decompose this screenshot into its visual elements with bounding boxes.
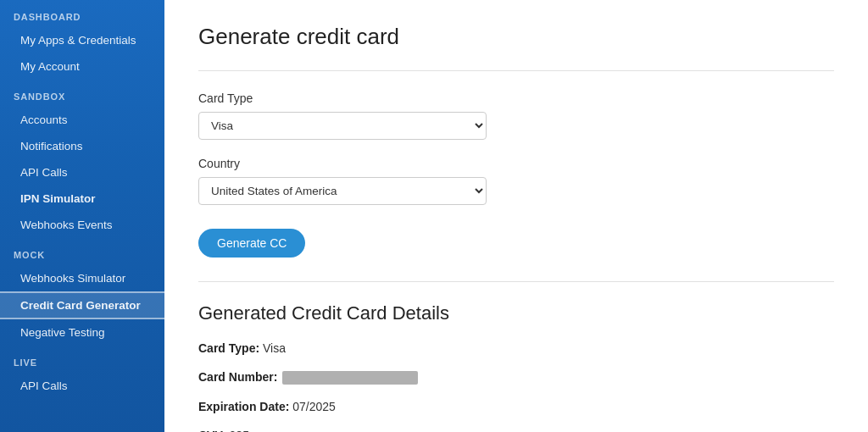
page-title: Generate credit card: [198, 24, 834, 50]
sidebar-section-live: LIVE: [0, 346, 164, 373]
sidebar-item-api-calls[interactable]: API Calls: [0, 159, 164, 186]
sidebar-item-ipn-simulator[interactable]: IPN Simulator: [0, 186, 164, 212]
sidebar-item-my-account[interactable]: My Account: [0, 53, 164, 80]
results-section-title: Generated Credit Card Details: [198, 302, 834, 324]
sidebar-item-credit-card-generator[interactable]: Credit Card Generator: [0, 291, 164, 319]
sidebar-item-webhooks-events[interactable]: Webhooks Events: [0, 212, 164, 238]
sidebar-item-accounts[interactable]: Accounts: [0, 107, 164, 133]
result-card-type-label: Card Type:: [198, 341, 259, 355]
result-card-number: Card Number:: [198, 370, 834, 385]
sidebar: DASHBOARDMy Apps & CredentialsMy Account…: [0, 0, 164, 432]
result-cvv: CVV: 085: [198, 429, 834, 432]
divider-middle: [198, 281, 834, 282]
sidebar-item-negative-testing[interactable]: Negative Testing: [0, 319, 164, 346]
result-cvv-label: CVV:: [198, 429, 226, 432]
sidebar-section-sandbox: SANDBOX: [0, 80, 164, 107]
sidebar-item-my-apps-&-credentials[interactable]: My Apps & Credentials: [0, 27, 164, 53]
result-card-type: Card Type: Visa: [198, 341, 834, 355]
result-expiration-label: Expiration Date:: [198, 400, 289, 413]
sidebar-item-api-calls[interactable]: API Calls: [0, 373, 164, 399]
result-cvv-value: 085: [230, 429, 249, 432]
card-type-select[interactable]: VisaMastercardAmexDiscover: [198, 112, 487, 140]
sidebar-section-dashboard: DASHBOARD: [0, 0, 164, 27]
divider-top: [198, 70, 834, 71]
result-card-number-label: Card Number:: [198, 370, 277, 384]
country-label: Country: [198, 157, 834, 170]
result-card-type-value: Visa: [263, 341, 286, 355]
generate-cc-button[interactable]: Generate CC: [198, 229, 305, 258]
result-expiration-value: 07/2025: [292, 400, 336, 413]
card-type-group: Card Type VisaMastercardAmexDiscover: [198, 91, 834, 140]
country-select[interactable]: United States of AmericaCanadaUnited Kin…: [198, 177, 487, 205]
result-expiration: Expiration Date: 07/2025: [198, 400, 834, 413]
main-content: Generate credit card Card Type VisaMaste…: [164, 0, 868, 432]
sidebar-section-mock: MOCK: [0, 238, 164, 265]
sidebar-item-notifications[interactable]: Notifications: [0, 133, 164, 159]
country-group: Country United States of AmericaCanadaUn…: [198, 157, 834, 205]
sidebar-item-webhooks-simulator[interactable]: Webhooks Simulator: [0, 265, 164, 291]
card-number-masked: [282, 371, 418, 385]
card-type-label: Card Type: [198, 91, 834, 105]
